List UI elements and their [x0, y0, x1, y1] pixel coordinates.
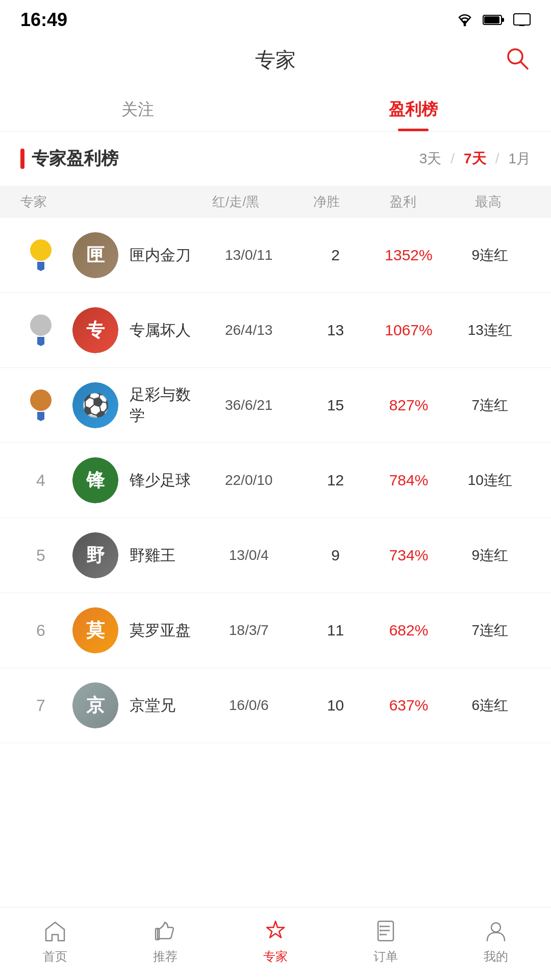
- rank-number: 7: [36, 696, 45, 715]
- section-header: 专家盈利榜 3天 / 7天 / 1月: [0, 132, 551, 186]
- expert-name: 野雞王: [130, 545, 194, 566]
- table-header: 专家 红/走/黑 净胜 盈利 最高: [0, 186, 551, 218]
- best-value: 7连红: [449, 621, 531, 640]
- profit-value: 784%: [368, 472, 449, 489]
- win-value: 11: [303, 622, 368, 639]
- win-value: 13: [303, 322, 368, 339]
- record-value: 13/0/11: [194, 247, 303, 263]
- page-title: 专家: [255, 46, 296, 74]
- status-time: 16:49: [20, 9, 67, 31]
- period-7day[interactable]: 7天: [464, 149, 486, 168]
- expert-name: 锋少足球: [130, 470, 194, 491]
- best-value: 7连红: [449, 396, 531, 415]
- tab-follow[interactable]: 关注: [0, 84, 276, 131]
- nav-order-label: 订单: [373, 948, 398, 965]
- svg-point-14: [380, 925, 382, 927]
- table-row[interactable]: 5 野 野雞王 13/0/4 9 734% 9连红: [0, 518, 551, 593]
- nav-expert-label: 专家: [263, 948, 288, 965]
- nav-home[interactable]: 首页: [0, 918, 110, 965]
- profit-value: 1067%: [368, 322, 449, 339]
- recommend-icon: [154, 919, 177, 943]
- win-value: 12: [303, 472, 368, 489]
- rank-number: 6: [36, 621, 45, 640]
- nav-recommend[interactable]: 推荐: [110, 918, 220, 965]
- win-value: 9: [303, 547, 368, 564]
- period-3day[interactable]: 3天: [419, 149, 442, 168]
- expert-list: 匣 匣内金刀 13/0/11 2 1352% 9连红 专 专属坏人 26/4/1…: [0, 218, 551, 743]
- expert-name: 足彩与数学: [130, 384, 194, 426]
- svg-point-17: [491, 923, 500, 932]
- col-best-header: 最高: [445, 193, 531, 211]
- best-value: 9连红: [449, 546, 531, 565]
- period-filter: 3天 / 7天 / 1月: [419, 149, 531, 168]
- record-value: 16/0/6: [194, 697, 303, 714]
- nav-expert[interactable]: 专家: [220, 918, 331, 965]
- rank-col: [20, 314, 61, 346]
- profit-value: 827%: [368, 397, 449, 414]
- record-value: 22/0/10: [194, 472, 303, 488]
- best-value: 9连红: [449, 246, 531, 265]
- table-row[interactable]: 匣 匣内金刀 13/0/11 2 1352% 9连红: [0, 218, 551, 293]
- mine-icon: [484, 919, 508, 943]
- expert-name: 专属坏人: [130, 320, 194, 341]
- period-1month[interactable]: 1月: [508, 149, 531, 168]
- table-row[interactable]: 7 京 京堂兄 16/0/6 10 637% 6连红: [0, 668, 551, 743]
- svg-point-15: [380, 929, 382, 932]
- table-row[interactable]: 4 锋 锋少足球 22/0/10 12 784% 10连红: [0, 443, 551, 518]
- nav-home-label: 首页: [43, 948, 67, 965]
- best-value: 10连红: [449, 471, 531, 490]
- home-icon: [43, 919, 67, 943]
- expert-name: 匣内金刀: [130, 245, 194, 266]
- expert-name: 莫罗亚盘: [130, 620, 194, 641]
- win-value: 15: [303, 397, 368, 414]
- expert-name: 京堂兄: [130, 695, 194, 716]
- col-win-header: 净胜: [292, 193, 360, 211]
- rank-col: 5: [20, 546, 61, 565]
- record-value: 36/6/21: [194, 397, 303, 413]
- col-expert-header: 专家: [20, 193, 179, 211]
- profit-value: 734%: [368, 547, 449, 564]
- nav-mine[interactable]: 我的: [441, 918, 551, 965]
- rank-number: 4: [36, 471, 45, 490]
- win-value: 2: [303, 247, 368, 264]
- wifi-icon: [455, 13, 474, 27]
- table-row[interactable]: ⚽ 足彩与数学 36/6/21 15 827% 7连红: [0, 368, 551, 443]
- nav-order[interactable]: 订单: [331, 918, 441, 965]
- record-value: 26/4/13: [194, 322, 303, 338]
- record-value: 13/0/4: [194, 547, 303, 564]
- svg-rect-4: [514, 14, 530, 25]
- best-value: 6连红: [449, 696, 531, 715]
- bottom-nav: 首页 推荐 专家: [0, 907, 551, 980]
- avatar: 锋: [72, 457, 118, 503]
- profit-value: 637%: [368, 697, 449, 714]
- status-icons: [455, 13, 531, 27]
- rank-col: [20, 239, 61, 271]
- page-header: 专家: [0, 36, 551, 84]
- avatar: ⚽: [72, 382, 118, 428]
- col-record-header: 红/走/黑: [179, 193, 292, 211]
- order-icon: [374, 919, 397, 943]
- medal-gold: [30, 239, 52, 271]
- avatar: 野: [72, 532, 118, 578]
- battery-icon: [483, 14, 505, 26]
- avatar: 莫: [72, 607, 118, 653]
- best-value: 13连红: [449, 321, 531, 340]
- svg-rect-2: [502, 18, 504, 22]
- avatar: 京: [72, 682, 118, 728]
- table-row[interactable]: 6 莫 莫罗亚盘 18/3/7 11 682% 7连红: [0, 593, 551, 668]
- search-button[interactable]: [504, 45, 531, 75]
- rank-col: 7: [20, 696, 61, 715]
- tab-bar: 关注 盈利榜: [0, 84, 551, 132]
- avatar: 专: [72, 307, 118, 353]
- nav-mine-label: 我的: [484, 948, 508, 965]
- svg-rect-3: [484, 16, 499, 23]
- nav-recommend-label: 推荐: [153, 948, 178, 965]
- screen-icon: [513, 13, 531, 27]
- tab-profit[interactable]: 盈利榜: [276, 84, 551, 131]
- profit-value: 682%: [368, 622, 449, 639]
- svg-line-8: [520, 61, 528, 68]
- record-value: 18/3/7: [194, 622, 303, 639]
- status-bar: 16:49: [0, 0, 551, 36]
- svg-point-0: [464, 24, 466, 27]
- table-row[interactable]: 专 专属坏人 26/4/13 13 1067% 13连红: [0, 293, 551, 368]
